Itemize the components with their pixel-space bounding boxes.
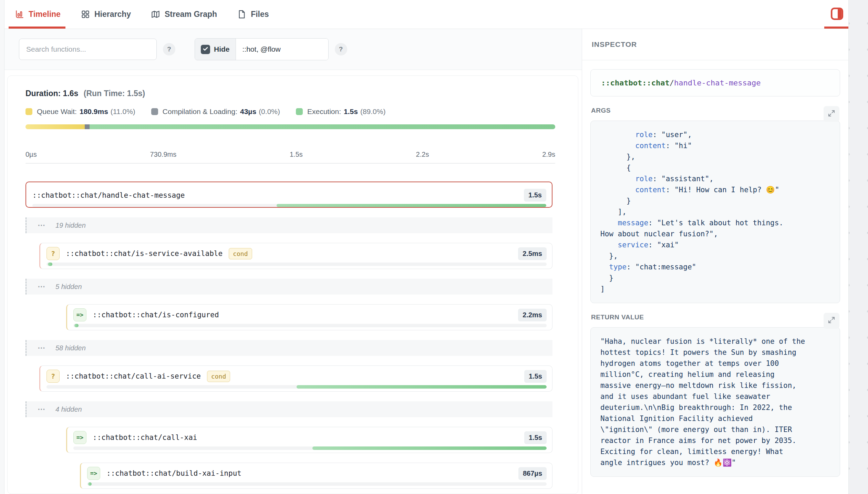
tab-files[interactable]: Files: [237, 0, 269, 29]
code-key: type: [609, 263, 627, 271]
stackbar-segment-queue-wait: [25, 124, 85, 129]
function-name: handle-chat-message: [674, 79, 761, 87]
row-cond-tag: cond: [229, 248, 252, 259]
hide-label: Hide: [214, 45, 230, 53]
hide-checkbox[interactable]: [201, 45, 210, 54]
hidden-rows-strip[interactable]: ⋯ 5 hidden: [25, 279, 552, 295]
main-split: ? Hide ? Duration:: [4, 29, 848, 494]
legend-item: Execution: 1.5s (89.0%): [296, 107, 385, 116]
timeline-icon: [15, 10, 24, 19]
return-code-box[interactable]: "Haha, nuclear fusion is *literally* one…: [590, 327, 840, 477]
duration-value: 1.6s: [63, 89, 79, 98]
hidden-count-label: 58 hidden: [55, 344, 86, 352]
left-gutter: [0, 0, 4, 494]
axis-tick: 2.2s: [416, 151, 429, 158]
app-window: Timeline Hierarchy Stream Graph Files ?: [4, 0, 849, 494]
row-progress-track: [32, 204, 546, 207]
function-name-box: ::chatbot::chat/handle-chat-message: [590, 69, 840, 96]
row-progress-track: [73, 446, 547, 450]
hidden-rows-strip[interactable]: ⋯ 58 hidden: [25, 340, 552, 356]
row-duration-chip: 2.2ms: [518, 309, 547, 321]
expand-icon: [827, 109, 836, 119]
timeline-span-row[interactable]: => ::chatbot::chat/call-xai 1.5s: [66, 427, 552, 453]
timeline-span-row[interactable]: ::chatbot::chat/handle-chat-message 1.5s: [25, 182, 552, 208]
code-key: content: [635, 142, 666, 150]
search-input[interactable]: [19, 39, 157, 60]
arrow-badge-icon: =>: [73, 431, 86, 444]
row-progress-fill: [88, 482, 92, 486]
timeline-span-row[interactable]: ? ::chatbot::chat/call-ai-service cond 1…: [39, 366, 552, 392]
hidden-count-label: 4 hidden: [55, 405, 82, 413]
filter-help-button[interactable]: ?: [335, 43, 347, 55]
row-function-label: ::chatbot::chat/call-ai-service: [66, 372, 201, 380]
tab-hierarchy[interactable]: Hierarchy: [81, 0, 131, 29]
return-label-row: RETURN VALUE: [591, 313, 839, 324]
panel-toggle-icon: [830, 7, 844, 22]
inspector-panel: INSPECTOR ::chatbot::chat/handle-chat-me…: [582, 29, 848, 494]
time-axis: 0µs730.9ms1.5s2.2s2.9s: [25, 151, 555, 164]
row-function-label: ::chatbot::chat/is-configured: [93, 311, 219, 319]
row-progress-fill: [312, 446, 547, 450]
row-progress-fill: [297, 385, 547, 389]
question-badge-icon: ?: [46, 370, 60, 383]
tab-timeline[interactable]: Timeline: [15, 0, 61, 29]
inspector-title: INSPECTOR: [582, 29, 848, 60]
code-key: content: [635, 186, 666, 194]
axis-tick-labels: 0µs730.9ms1.5s2.2s2.9s: [25, 151, 555, 158]
tab-label: Files: [251, 10, 269, 19]
tab-label: Hierarchy: [94, 10, 131, 19]
axis-tick: 2.9s: [542, 151, 555, 158]
legend-item: Queue Wait: 180.9ms (11.0%): [25, 107, 135, 116]
row-progress-track: [46, 385, 547, 389]
timeline-span-row[interactable]: ? ::chatbot::chat/is-service-available c…: [39, 243, 552, 269]
timeline-card: Duration: 1.6s (Run Time: 1.5s) Queue Wa…: [7, 75, 578, 494]
hierarchy-icon: [81, 10, 90, 19]
run-time: (Run Time: 1.5s): [84, 89, 145, 98]
axis-tick: 0µs: [25, 151, 37, 158]
arrow-badge-icon: =>: [73, 308, 86, 321]
legend-item: Compilation & Loading: 43µs (0.0%): [151, 107, 280, 116]
hidden-count-label: 5 hidden: [55, 283, 82, 291]
timeline-span-row[interactable]: => ::chatbot::chat/is-configured 2.2ms: [66, 304, 552, 330]
expand-icon: [827, 316, 836, 326]
hidden-rows-strip[interactable]: ⋯ 19 hidden: [25, 217, 552, 233]
return-expand-button[interactable]: [824, 313, 839, 329]
tab-bar: Timeline Hierarchy Stream Graph Files: [4, 0, 848, 29]
tab-label: Stream Graph: [165, 10, 217, 19]
duration-summary: Duration: 1.6s (Run Time: 1.5s): [25, 89, 560, 98]
duration-label: Duration:: [25, 89, 61, 98]
usage-legend: Queue Wait: 180.9ms (11.0%) Compilation …: [25, 107, 560, 116]
ellipsis-icon: ⋯: [38, 405, 46, 414]
row-function-label: ::chatbot::chat/call-xai: [93, 433, 197, 442]
args-code-box[interactable]: role: "user", content: "hi" }, { role: "…: [590, 121, 840, 303]
row-duration-chip: 1.5s: [524, 189, 546, 202]
return-value-label: RETURN VALUE: [591, 313, 644, 324]
inspector-body: ::chatbot::chat/handle-chat-message ARGS…: [582, 60, 848, 486]
question-badge-icon: ?: [46, 247, 60, 260]
row-duration-chip: 2.5ms: [518, 247, 547, 260]
timeline-span-row[interactable]: => ::chatbot::chat/build-xai-input 867µs: [80, 463, 552, 489]
code-key: role: [635, 131, 653, 139]
row-function-label: ::chatbot::chat/build-xai-input: [106, 469, 241, 477]
row-progress-track: [73, 324, 547, 327]
timeline-panel: ? Hide ? Duration:: [4, 29, 582, 494]
row-cond-tag: cond: [207, 371, 230, 382]
search-help-button[interactable]: ?: [163, 43, 175, 55]
filter-bar: ? Hide ?: [4, 29, 582, 70]
row-progress-fill: [277, 204, 546, 207]
args-expand-button[interactable]: [824, 106, 839, 122]
legend-swatch: [296, 108, 303, 115]
row-progress-fill: [74, 324, 79, 327]
row-function-label: ::chatbot::chat/is-service-available: [66, 249, 223, 258]
stream-graph-icon: [151, 10, 160, 19]
hide-toggle[interactable]: Hide: [195, 39, 236, 60]
row-progress-fill: [48, 263, 52, 266]
check-icon: [202, 45, 209, 53]
stackbar-segment-compilation-loading: [85, 124, 90, 129]
hide-filter-group: Hide: [195, 38, 329, 60]
tab-stream-graph[interactable]: Stream Graph: [151, 0, 217, 29]
inspector-toggle-button[interactable]: [824, 0, 848, 29]
arrow-badge-icon: =>: [87, 467, 100, 480]
hide-filter-input[interactable]: [236, 39, 328, 60]
hidden-rows-strip[interactable]: ⋯ 4 hidden: [25, 401, 552, 417]
